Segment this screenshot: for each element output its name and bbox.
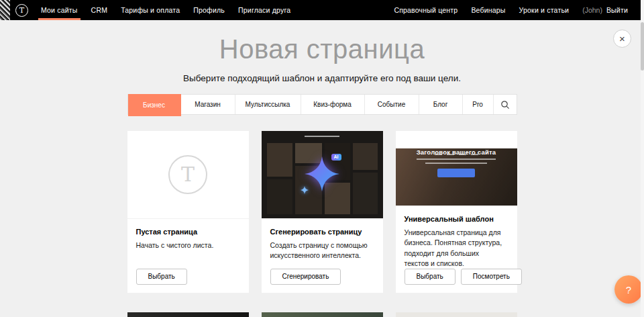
ai-sparkle-icon (305, 156, 339, 191)
tab-multilink[interactable]: Мультиссылка (235, 95, 301, 114)
topbar-nav-right: Справочный центр Вебинары Уроки и статьи… (387, 0, 644, 20)
card-body: Пустая страница Начать с чистого листа. … (127, 219, 249, 293)
tab-business[interactable]: Бизнес (128, 94, 181, 116)
nav-webinars[interactable]: Вебинары (464, 0, 512, 20)
scrollbar-thumb[interactable] (641, 22, 644, 71)
close-icon: × (619, 34, 625, 44)
tab-blog[interactable]: Блог (419, 95, 463, 114)
card-title: Сгенерировать страницу (270, 228, 374, 236)
preview-text-line (425, 163, 487, 164)
logout-link[interactable]: Выйти (604, 0, 635, 20)
card-actions: Выбрать Посмотреть (405, 269, 508, 285)
scrollbar-track (641, 0, 644, 317)
preview-text-line (417, 158, 496, 160)
topbar-nav-left: Мои сайты CRM Тарифы и оплата Профиль Пр… (34, 0, 297, 20)
choose-blank-button[interactable]: Выбрать (136, 269, 187, 285)
template-grid-next-row (127, 312, 517, 317)
topbar: T Мои сайты CRM Тарифы и оплата Профиль … (0, 0, 644, 20)
ai-badge: AI (331, 154, 341, 161)
nav-help-center[interactable]: Справочный центр (387, 0, 464, 20)
template-card-partial[interactable] (127, 312, 249, 317)
edge-pattern-decoration (0, 0, 10, 20)
nav-pricing[interactable]: Тарифы и оплата (114, 0, 186, 20)
nav-my-sites[interactable]: Мои сайты (34, 0, 85, 20)
card-title: Универсальный шаблон (405, 215, 508, 223)
tilda-logo[interactable]: T (15, 4, 28, 17)
card-description: Создать страницу с помощью искусственног… (270, 240, 374, 261)
tab-event[interactable]: Событие (365, 95, 419, 114)
card-description: Начать с чистого листа. (136, 240, 240, 251)
card-title: Пустая страница (136, 228, 240, 236)
template-card-blank: T Пустая страница Начать с чистого листа… (127, 131, 249, 293)
tab-shop[interactable]: Магазин (181, 95, 235, 114)
card-actions: Выбрать (136, 269, 240, 285)
card-body: Универсальный шаблон Универсальная стран… (396, 206, 517, 293)
main-content: Новая страница Выберите подходящий шабло… (0, 34, 644, 317)
tab-quiz-form[interactable]: Квиз-форма (301, 95, 365, 114)
page-title: Новая страница (0, 34, 644, 64)
card-actions: Сгенерировать (270, 269, 374, 285)
choose-universal-button[interactable]: Выбрать (405, 269, 455, 285)
nav-invite-friend[interactable]: Пригласи друга (231, 0, 297, 20)
template-card-universal: Заголовок вашего сайта Универсальный шаб… (396, 131, 517, 293)
nav-lessons[interactable]: Уроки и статьи (513, 0, 576, 20)
template-card-partial[interactable] (262, 312, 383, 317)
tab-pro[interactable]: Pro (463, 95, 494, 114)
nav-profile[interactable]: Профиль (186, 0, 231, 20)
tilda-logo-letter: T (19, 7, 24, 14)
template-card-partial[interactable] (396, 312, 517, 317)
card-description: Универсальная страница для бизнеса. Поня… (405, 228, 508, 269)
preview-universal-button[interactable]: Посмотреть (461, 269, 522, 285)
template-card-ai: AI Сгенерировать страницу Создать страни… (262, 131, 383, 293)
nav-crm[interactable]: CRM (85, 0, 115, 20)
card-body: Сгенерировать страницу Создать страницу … (262, 219, 383, 293)
preview-cta-button (437, 169, 475, 177)
template-grid: T Пустая страница Начать с чистого листа… (127, 131, 517, 293)
search-icon (500, 100, 510, 109)
ai-small-sparkle-icon (301, 186, 309, 194)
user-name: (John) (576, 6, 604, 14)
template-category-tabs: Бизнес Магазин Мультиссылка Квиз-форма С… (127, 94, 517, 115)
tab-search[interactable] (494, 95, 517, 114)
preview-header-line (305, 136, 339, 137)
close-button[interactable]: × (613, 30, 631, 48)
tilda-mark-icon: T (168, 155, 207, 194)
blank-page-preview[interactable]: T (127, 131, 249, 219)
preview-hero-title: Заголовок вашего сайта (396, 148, 517, 156)
ai-generate-preview[interactable]: AI (262, 131, 383, 219)
universal-template-preview[interactable]: Заголовок вашего сайта (396, 131, 517, 206)
preview-hero: Заголовок вашего сайта (396, 148, 517, 206)
help-button[interactable]: ? (614, 275, 643, 304)
page-subtitle: Выберите подходящий шаблон и адаптируйте… (0, 73, 644, 83)
generate-button[interactable]: Сгенерировать (270, 269, 341, 285)
